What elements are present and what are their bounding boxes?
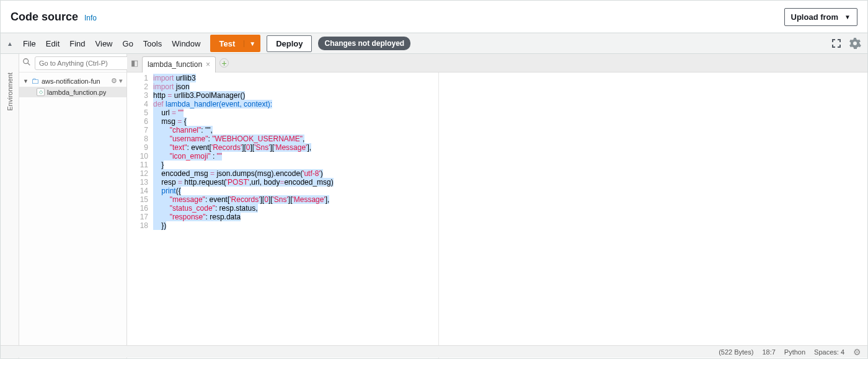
caret-down-icon: ▼	[844, 14, 851, 20]
tabs-bar: ◧ lambda_function × +	[127, 54, 867, 73]
info-link[interactable]: Info	[84, 14, 97, 22]
file-explorer: ▼ 🗀 aws-notification-fun ⚙ ▾ ◇ lambda_fu…	[19, 54, 127, 358]
close-tab-icon[interactable]: ×	[206, 60, 210, 69]
test-button[interactable]: Test ▼	[210, 35, 260, 52]
statusbar-gear-icon[interactable]: ⚙	[853, 347, 861, 357]
test-label: Test	[210, 39, 244, 48]
code-content[interactable]: import urllib3 import json http = urllib…	[153, 73, 867, 358]
column-guide	[438, 73, 439, 358]
upload-label: Upload from	[791, 12, 839, 22]
svg-line-1	[28, 63, 30, 66]
settings-gear-icon[interactable]	[849, 37, 861, 50]
collapse-toggle-icon[interactable]: ▲	[7, 40, 13, 47]
status-bar: (522 Bytes) 18:7 Python Spaces: 4 ⚙	[1, 345, 867, 358]
menu-view[interactable]: View	[95, 39, 113, 48]
fullscreen-icon[interactable]	[831, 38, 841, 48]
menu-find[interactable]: Find	[69, 39, 85, 48]
svg-point-0	[24, 59, 29, 64]
menu-file[interactable]: File	[23, 39, 36, 48]
panel-title: Code source	[11, 11, 78, 24]
panel-header: Code source Info Upload from ▼	[1, 1, 867, 33]
file-size: (522 Bytes)	[719, 348, 753, 356]
test-dropdown-icon[interactable]: ▼	[244, 40, 260, 47]
tab-label: lambda_function	[148, 60, 202, 69]
environment-side-tab[interactable]: Environment	[1, 54, 19, 358]
menu-window[interactable]: Window	[172, 39, 200, 48]
cursor-position[interactable]: 18:7	[762, 348, 775, 356]
deploy-status-badge: Changes not deployed	[318, 37, 410, 50]
search-icon[interactable]	[22, 58, 31, 68]
menu-edit[interactable]: Edit	[46, 39, 60, 48]
project-root-row[interactable]: ▼ 🗀 aws-notification-fun ⚙ ▾	[19, 75, 126, 87]
tab-list-icon[interactable]: ◧	[131, 58, 138, 68]
project-name-label: aws-notification-fun	[42, 77, 100, 85]
menu-tools[interactable]: Tools	[143, 39, 162, 48]
indent-mode[interactable]: Spaces: 4	[814, 348, 844, 356]
expand-caret-icon: ▼	[23, 78, 29, 84]
editor-area: ◧ lambda_function × + 123456789101112131…	[127, 54, 867, 358]
language-mode[interactable]: Python	[784, 348, 805, 356]
ide-toolbar: ▲ File Edit Find View Go Tools Window Te…	[1, 33, 867, 54]
folder-icon: 🗀	[31, 76, 39, 86]
line-gutter: 123456789101112131415161718	[127, 73, 153, 358]
editor-tab[interactable]: lambda_function ×	[142, 56, 216, 73]
goto-anything-input[interactable]	[35, 56, 129, 70]
deploy-button[interactable]: Deploy	[267, 35, 312, 52]
code-editor[interactable]: 123456789101112131415161718 import urlli…	[127, 73, 867, 358]
tree-menu-icon[interactable]: ▾	[119, 77, 123, 85]
file-name-label: lambda_function.py	[47, 89, 106, 96]
menu-go[interactable]: Go	[123, 39, 133, 48]
side-tab-label: Environment	[6, 73, 14, 111]
upload-from-button[interactable]: Upload from ▼	[784, 8, 857, 26]
add-tab-icon[interactable]: +	[219, 58, 229, 68]
python-file-icon: ◇	[37, 88, 45, 96]
tree-gear-icon[interactable]: ⚙	[111, 77, 117, 85]
ide-body: Environment ▼ 🗀 aws-notification-fun ⚙ ▾	[1, 54, 867, 358]
file-row[interactable]: ◇ lambda_function.py	[19, 87, 126, 97]
